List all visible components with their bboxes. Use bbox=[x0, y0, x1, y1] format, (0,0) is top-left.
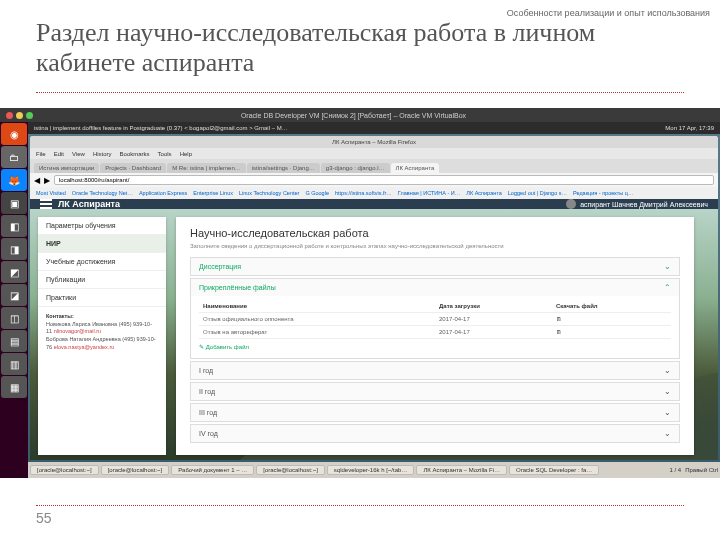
bm-6[interactable]: https://istina.softvis.fr… bbox=[335, 190, 392, 196]
bm-2[interactable]: Application Express bbox=[139, 190, 187, 196]
app-icon-7[interactable]: ▥ bbox=[1, 353, 27, 375]
acc-year4-label: IV год bbox=[199, 430, 218, 437]
menu-help[interactable]: Help bbox=[180, 151, 192, 157]
app-icon-5[interactable]: ◫ bbox=[1, 307, 27, 329]
firefox-window: ЛК Аспиранта – Mozilla Firefox File Edit… bbox=[30, 136, 718, 460]
chevron-down-icon: ⌄ bbox=[664, 387, 671, 396]
bookmarks-bar[interactable]: Most Visited Oracle Technology Net… Appl… bbox=[30, 187, 718, 199]
slide-number: 55 bbox=[36, 510, 52, 526]
files-icon[interactable]: 🗀 bbox=[1, 146, 27, 168]
acc-files-header[interactable]: Прикреплённые файлы⌃ bbox=[191, 279, 679, 296]
bm-0[interactable]: Most Visited bbox=[36, 190, 66, 196]
firefox-menubar[interactable]: File Edit View History Bookmarks Tools H… bbox=[30, 148, 718, 159]
unity-launcher[interactable]: ◉ 🗀 🦊 ▣ ◧ ◨ ◩ ◪ ◫ ▤ ▥ ▦ bbox=[0, 122, 28, 478]
window-controls[interactable] bbox=[6, 112, 33, 119]
desktop-area: istina | implement doffiles feature in P… bbox=[28, 122, 720, 478]
app-brand[interactable]: ЛК Аспиранта bbox=[40, 199, 120, 209]
tb-item-3[interactable]: [oracle@localhost:~] bbox=[256, 465, 325, 475]
sidebar-item-achievements[interactable]: Учебные достижения bbox=[38, 253, 166, 271]
app-icon-1[interactable]: ◧ bbox=[1, 215, 27, 237]
sidebar-item-practice[interactable]: Практики bbox=[38, 289, 166, 307]
tb-item-4[interactable]: sqldeveloper-16k h [~/tab… bbox=[327, 465, 415, 475]
tb-item-6[interactable]: Oracle SQL Developer : fa… bbox=[509, 465, 599, 475]
tb-item-0[interactable]: [oracle@localhost:~] bbox=[30, 465, 99, 475]
gnome-taskbar[interactable]: [oracle@localhost:~] [oracle@localhost:~… bbox=[28, 462, 720, 478]
nir-card: Научно-исследовательская работа Заполнит… bbox=[176, 217, 694, 455]
acc-year4[interactable]: IV год⌄ bbox=[190, 424, 680, 443]
workspace-pager[interactable]: 1 / 4 bbox=[669, 467, 681, 473]
menu-edit[interactable]: Edit bbox=[54, 151, 64, 157]
firefox-toolbar: ◀ ▶ bbox=[30, 173, 718, 187]
menu-view[interactable]: View bbox=[72, 151, 85, 157]
menu-history[interactable]: History bbox=[93, 151, 112, 157]
dash-icon[interactable]: ◉ bbox=[1, 123, 27, 145]
acc-year2[interactable]: II год⌄ bbox=[190, 382, 680, 401]
bm-10[interactable]: Редакция - проекты ц… bbox=[573, 190, 633, 196]
acc-year3[interactable]: III год⌄ bbox=[190, 403, 680, 422]
app-header: ЛК Аспиранта аспирант Шачнев Дмитрий Але… bbox=[30, 199, 718, 209]
tab-3[interactable]: istina/settings · Djang… bbox=[247, 163, 320, 173]
chevron-down-icon: ⌄ bbox=[664, 408, 671, 417]
files-body: Наименование Дата загрузки Скачать файл … bbox=[191, 296, 679, 358]
files-table: Наименование Дата загрузки Скачать файл … bbox=[199, 300, 671, 339]
acc-dissertation-label: Диссертация bbox=[199, 263, 241, 270]
tab-2[interactable]: M Re: istina | implemen… bbox=[167, 163, 246, 173]
contacts-title: Контакты: bbox=[46, 313, 74, 319]
sidebar-nav: Параметры обучения НИР Учебные достижени… bbox=[38, 217, 166, 455]
table-row: Отзыв на автореферат 2017-04-17 🗎 bbox=[199, 326, 671, 339]
menu-file[interactable]: File bbox=[36, 151, 46, 157]
bm-4[interactable]: Linux Technology Center bbox=[239, 190, 299, 196]
hamburger-icon[interactable] bbox=[40, 199, 52, 209]
download-icon[interactable]: 🗎 bbox=[556, 316, 562, 322]
tab-1[interactable]: Projects · Dashboard bbox=[100, 163, 166, 173]
menu-bookmarks[interactable]: Bookmarks bbox=[120, 151, 150, 157]
firefox-icon[interactable]: 🦊 bbox=[1, 169, 27, 191]
chevron-down-icon: ⌄ bbox=[664, 366, 671, 375]
slide-corner-note: Особенности реализации и опыт использова… bbox=[507, 8, 710, 18]
close-icon[interactable] bbox=[6, 112, 13, 119]
acc-year1[interactable]: I год⌄ bbox=[190, 361, 680, 380]
contact-1-mail: nlinovagor@mail.ru bbox=[54, 328, 101, 334]
add-file-button[interactable]: ✎ Добавить файл bbox=[199, 339, 671, 354]
file-0-name: Отзыв официального оппонента bbox=[199, 313, 435, 326]
sidebar-item-publications[interactable]: Публикации bbox=[38, 271, 166, 289]
forward-icon[interactable]: ▶ bbox=[44, 176, 50, 185]
tab-0[interactable]: Истина импортации bbox=[34, 163, 99, 173]
sidebar-item-nir[interactable]: НИР bbox=[38, 235, 166, 253]
bm-9[interactable]: Logged out | Django s… bbox=[508, 190, 567, 196]
bm-1[interactable]: Oracle Technology Net… bbox=[72, 190, 133, 196]
maximize-icon[interactable] bbox=[26, 112, 33, 119]
chevron-down-icon: ⌄ bbox=[664, 262, 671, 271]
bm-5[interactable]: G Google bbox=[305, 190, 329, 196]
gnome-topbar[interactable]: istina | implement doffiles feature in P… bbox=[28, 122, 720, 134]
firefox-tabstrip[interactable]: Истина импортации Projects · Dashboard M… bbox=[30, 159, 718, 173]
user-chip[interactable]: аспирант Шачнев Дмитрий Алексеевич bbox=[566, 199, 708, 209]
terminal-icon[interactable]: ▣ bbox=[1, 192, 27, 214]
bm-3[interactable]: Enterprise Linux bbox=[193, 190, 233, 196]
col-date: Дата загрузки bbox=[435, 300, 552, 313]
tb-item-5[interactable]: ЛК Аспиранта – Mozilla Fi… bbox=[416, 465, 507, 475]
vm-title: Oracle DB Developer VM [Снимок 2] [Работ… bbox=[241, 112, 466, 119]
tab-4[interactable]: g3-djangо : django.l… bbox=[321, 163, 390, 173]
contact-2-mail: elova.nastya@yandex.ru bbox=[54, 344, 115, 350]
sidebar-item-params[interactable]: Параметры обучения bbox=[38, 217, 166, 235]
tab-5-active[interactable]: ЛК Аспиранта bbox=[391, 163, 440, 173]
minimize-icon[interactable] bbox=[16, 112, 23, 119]
menu-tools[interactable]: Tools bbox=[158, 151, 172, 157]
acc-year2-label: II год bbox=[199, 388, 215, 395]
url-input[interactable] bbox=[54, 175, 714, 185]
tb-item-1[interactable]: [oracle@localhost:~] bbox=[101, 465, 170, 475]
acc-dissertation[interactable]: Диссертация⌄ bbox=[190, 257, 680, 276]
bm-7[interactable]: Главная | ИСТИНА - И… bbox=[398, 190, 460, 196]
app-icon-6[interactable]: ▤ bbox=[1, 330, 27, 352]
app-icon-3[interactable]: ◩ bbox=[1, 261, 27, 283]
app-icon-4[interactable]: ◪ bbox=[1, 284, 27, 306]
file-1-date: 2017-04-17 bbox=[435, 326, 552, 339]
app-icon-8[interactable]: ▦ bbox=[1, 376, 27, 398]
tb-item-2[interactable]: Рабочий документ 1 – … bbox=[171, 465, 254, 475]
app-icon-2[interactable]: ◨ bbox=[1, 238, 27, 260]
divider-top bbox=[36, 92, 684, 93]
back-icon[interactable]: ◀ bbox=[34, 176, 40, 185]
bm-8[interactable]: ЛК Аспиранта bbox=[466, 190, 501, 196]
download-icon[interactable]: 🗎 bbox=[556, 329, 562, 335]
